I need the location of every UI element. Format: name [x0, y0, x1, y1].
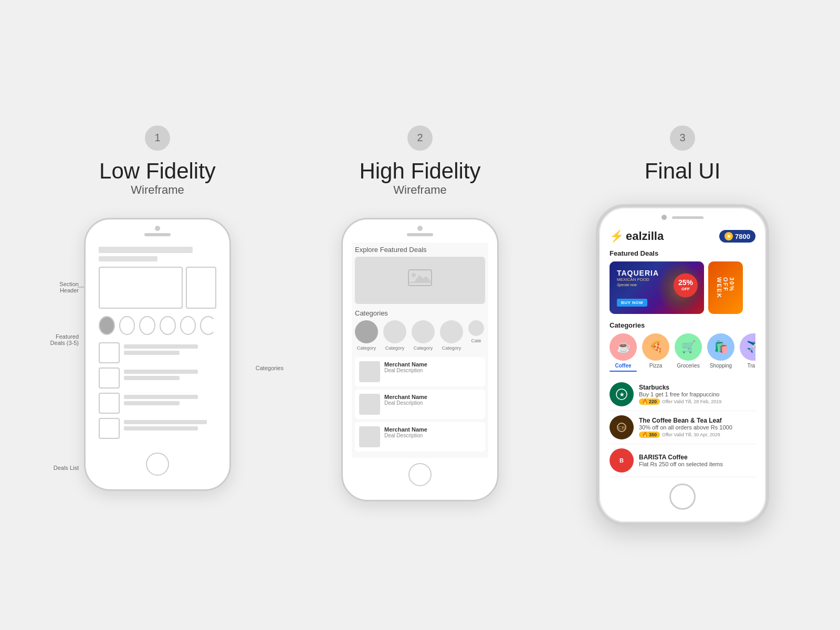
points-value: 7800: [735, 233, 750, 240]
categories-section-label: Categories: [603, 319, 762, 331]
cat-coffee-underline: [610, 371, 637, 372]
barista-logo: B: [610, 448, 634, 472]
deals-list: ★ Starbucks Buy 1 get 1 free for frappuc…: [603, 376, 762, 479]
featured-card-taqueria: TAQUERIA Mexican Food Special now 25% OF…: [610, 261, 704, 314]
fc2-text: 30%OFFWEEK: [716, 277, 735, 299]
final-screen: ⚡ ealzilla ★ 7800 Featured Deals: [603, 224, 762, 479]
coffeebean-name: The Coffee Bean & Tea Leaf: [639, 417, 755, 424]
cat-pizza[interactable]: 🍕 Pizza: [642, 333, 669, 372]
hf-deal-3: Merchant Name Deal Description: [355, 422, 485, 452]
deal-starbucks[interactable]: ★ Starbucks Buy 1 get 1 free for frappuc…: [610, 378, 755, 411]
lf-deal-item-2: [99, 368, 216, 388]
cat-groceries[interactable]: 🛒 Groceries: [675, 333, 702, 372]
column-final-ui: 3 Final UI ⚡ ealzilla ★ 7800: [551, 125, 814, 526]
fc1-off: OFF: [681, 287, 690, 292]
step1-title: Low Fidelity: [99, 159, 216, 183]
featured-scroll: TAQUERIA Mexican Food Special now 25% OF…: [603, 259, 762, 319]
cat-groceries-label: Groceries: [677, 363, 699, 369]
step2-subtitle: Wireframe: [393, 183, 446, 197]
coffeebean-logo: CB: [610, 415, 634, 439]
lf-deal-item-1: [99, 342, 216, 363]
hf-cat-4: Category: [440, 320, 463, 351]
phone-high-fidelity: Explore Featured Deals Categories: [341, 218, 499, 501]
lf-deal-item-4: [99, 418, 216, 439]
cat-shopping-icon: 🛍️: [707, 333, 734, 361]
annotation-section-header: SectionHeader: [26, 281, 79, 293]
barista-desc: Flat Rs 250 off on selected items: [639, 461, 755, 467]
app-logo: ⚡ ealzilla: [610, 229, 664, 243]
hf-deal-1: Merchant Name Deal Description: [355, 357, 485, 386]
app-logo-text: ealzilla: [626, 229, 664, 243]
column-high-fidelity: 2 High Fidelity Wireframe Explore Featur…: [289, 125, 551, 501]
categories-section: ☕ Coffee 🍕 Pizza 🛒 Groceries: [603, 331, 762, 376]
svg-text:B: B: [620, 457, 624, 464]
starbucks-logo: ★: [610, 382, 634, 406]
points-badge: ★ 7800: [719, 230, 755, 243]
lf-category-1: [99, 316, 115, 335]
hf-deal-2: Merchant Name Deal Description: [355, 390, 485, 419]
column-low-fidelity: 1 Low Fidelity Wireframe SectionHeader F…: [26, 125, 289, 491]
final-camera: [662, 215, 667, 220]
hf-cat-3: Category: [412, 320, 435, 351]
hf-cat-1: Category: [355, 320, 378, 351]
cat-pizza-label: Pizza: [649, 363, 662, 369]
cat-shopping-label: Shopping: [710, 363, 732, 369]
fc1-btn[interactable]: BUY NOW: [617, 299, 647, 307]
coffeebean-validity: Offer Valid Till, 30 Apr, 2029: [662, 432, 720, 437]
svg-text:★: ★: [620, 392, 625, 397]
cat-coffee[interactable]: ☕ Coffee: [610, 333, 637, 372]
phone-final-ui: ⚡ ealzilla ★ 7800 Featured Deals: [596, 204, 769, 526]
hf-categories-title: Categories: [355, 309, 485, 317]
phone-low-fidelity: [84, 218, 231, 491]
cat-groceries-icon: 🛒: [675, 333, 702, 361]
phone-bottom-final: [599, 479, 766, 522]
lf-category-2: [119, 316, 135, 335]
hf-cat-5: Cate: [468, 320, 484, 351]
phone-top-bar-final: [599, 207, 766, 224]
svg-point-3: [412, 273, 416, 277]
hf-banner-icon: [407, 268, 433, 293]
starbucks-points: 🔥220: [639, 398, 660, 405]
lf-featured-small: [186, 267, 216, 309]
deal-coffeebean[interactable]: CB The Coffee Bean & Tea Leaf 30% off on…: [610, 411, 755, 444]
phone-camera-hf: [417, 226, 423, 231]
svg-text:CB: CB: [618, 425, 625, 430]
coffeebean-points: 🔥350: [639, 432, 660, 438]
featured-card-week: 30%OFFWEEK: [708, 261, 743, 314]
phone-home-btn-hf: [408, 463, 432, 486]
cat-coffee-icon: ☕: [610, 333, 637, 361]
starbucks-validity: Offer Valid Till, 28 Feb, 2019: [662, 399, 721, 404]
hf-cat-2: Category: [383, 320, 406, 351]
logo-bolt-icon: ⚡: [610, 229, 624, 243]
step3-title: Final UI: [645, 159, 721, 183]
phone-home-btn-final: [669, 484, 696, 510]
annotation-deals-list: Deals List: [32, 465, 79, 471]
cat-shopping[interactable]: 🛍️ Shopping: [707, 333, 734, 372]
deal-barista[interactable]: B BARISTA Coffee Flat Rs 250 off on sele…: [610, 444, 755, 477]
starbucks-name: Starbucks: [639, 384, 755, 391]
cat-pizza-icon: 🍕: [642, 333, 669, 361]
step1-badge: 1: [145, 125, 170, 151]
step3-badge: 3: [670, 125, 695, 151]
app-header: ⚡ ealzilla ★ 7800: [603, 224, 762, 247]
lf-featured-main: [99, 267, 183, 309]
annotation-categories: Categories: [256, 365, 284, 371]
phone-home-btn-lf: [146, 453, 169, 476]
fc1-pct: 25%: [678, 279, 693, 287]
points-star-icon: ★: [724, 232, 733, 240]
hf-banner: [355, 257, 485, 304]
cat-coffee-label: Coffee: [615, 363, 631, 369]
cat-travel-label: Tra...: [748, 363, 755, 369]
lf-category-6: [200, 316, 216, 335]
annotation-featured-deals: FeaturedDeals (3-5): [21, 333, 79, 346]
barista-name: BARISTA Coffee: [639, 454, 755, 461]
featured-section-label: Featured Deals: [603, 247, 762, 259]
step2-badge: 2: [407, 125, 433, 151]
cat-travel[interactable]: ✈️ Tra...: [740, 333, 755, 372]
lf-deal-item-3: [99, 393, 216, 414]
phone-speaker-lf: [144, 233, 171, 236]
hf-featured-title: Explore Featured Deals: [355, 246, 485, 254]
fc1-discount-badge: 25% OFF: [674, 273, 698, 297]
step1-subtitle: Wireframe: [131, 183, 184, 197]
cat-travel-icon: ✈️: [740, 333, 755, 361]
